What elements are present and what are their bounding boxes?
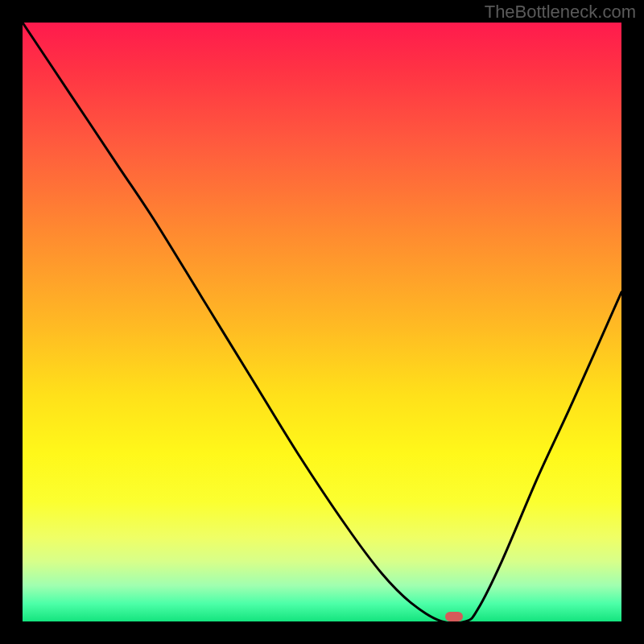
- chart-frame: TheBottleneck.com: [0, 0, 644, 644]
- watermark-text: TheBottleneck.com: [485, 2, 636, 23]
- curve-svg: [23, 23, 621, 621]
- optimum-marker: [445, 612, 463, 621]
- plot-area: [23, 23, 621, 621]
- bottleneck-curve: [23, 23, 621, 623]
